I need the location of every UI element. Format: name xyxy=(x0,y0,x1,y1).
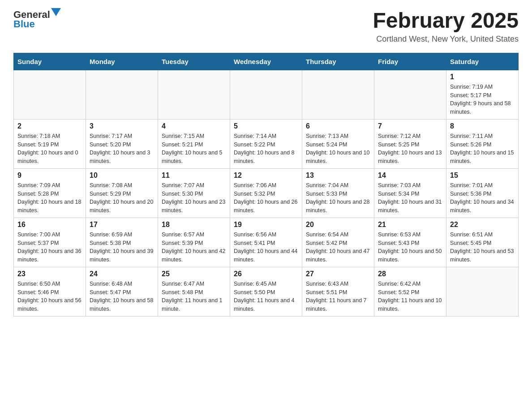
page-title: February 2025 xyxy=(373,9,519,33)
day-number: 11 xyxy=(162,171,226,180)
day-number: 12 xyxy=(234,171,298,180)
calendar-cell: 22Sunrise: 6:51 AM Sunset: 5:45 PM Dayli… xyxy=(446,218,519,267)
day-number: 3 xyxy=(90,122,154,130)
logo-arrow-icon xyxy=(51,8,61,18)
calendar-cell xyxy=(14,70,86,119)
calendar-cell: 11Sunrise: 7:07 AM Sunset: 5:30 PM Dayli… xyxy=(158,168,230,218)
day-number: 24 xyxy=(90,270,154,278)
day-info: Sunrise: 7:13 AM Sunset: 5:24 PM Dayligh… xyxy=(306,132,370,166)
day-info: Sunrise: 6:57 AM Sunset: 5:39 PM Dayligh… xyxy=(162,231,226,264)
day-info: Sunrise: 6:53 AM Sunset: 5:43 PM Dayligh… xyxy=(378,231,442,264)
day-number: 13 xyxy=(306,171,370,180)
calendar-cell: 17Sunrise: 6:59 AM Sunset: 5:38 PM Dayli… xyxy=(86,218,158,267)
calendar-cell: 2Sunrise: 7:18 AM Sunset: 5:19 PM Daylig… xyxy=(14,119,86,168)
title-block: February 2025 Cortland West, New York, U… xyxy=(373,9,519,44)
calendar-cell: 1Sunrise: 7:19 AM Sunset: 5:17 PM Daylig… xyxy=(446,70,519,119)
day-info: Sunrise: 7:03 AM Sunset: 5:34 PM Dayligh… xyxy=(378,181,442,215)
calendar-cell: 6Sunrise: 7:13 AM Sunset: 5:24 PM Daylig… xyxy=(302,119,374,168)
day-number: 14 xyxy=(378,171,442,180)
calendar-week-row: 16Sunrise: 7:00 AM Sunset: 5:37 PM Dayli… xyxy=(14,218,519,267)
calendar-cell: 5Sunrise: 7:14 AM Sunset: 5:22 PM Daylig… xyxy=(230,119,302,168)
day-info: Sunrise: 6:47 AM Sunset: 5:48 PM Dayligh… xyxy=(162,280,226,313)
weekday-header-tuesday: Tuesday xyxy=(158,53,230,70)
day-number: 9 xyxy=(17,171,82,180)
calendar-cell: 7Sunrise: 7:12 AM Sunset: 5:25 PM Daylig… xyxy=(374,119,446,168)
day-info: Sunrise: 7:07 AM Sunset: 5:30 PM Dayligh… xyxy=(162,181,226,215)
day-number: 8 xyxy=(450,122,515,130)
calendar-cell: 26Sunrise: 6:45 AM Sunset: 5:50 PM Dayli… xyxy=(230,267,302,316)
calendar-cell: 13Sunrise: 7:04 AM Sunset: 5:33 PM Dayli… xyxy=(302,168,374,218)
page-header: General Blue February 2025 Cortland West… xyxy=(13,9,519,44)
day-info: Sunrise: 7:04 AM Sunset: 5:33 PM Dayligh… xyxy=(306,181,370,215)
weekday-header-wednesday: Wednesday xyxy=(230,53,302,70)
calendar-cell: 12Sunrise: 7:06 AM Sunset: 5:32 PM Dayli… xyxy=(230,168,302,218)
calendar-cell: 27Sunrise: 6:43 AM Sunset: 5:51 PM Dayli… xyxy=(302,267,374,316)
day-number: 25 xyxy=(162,270,226,278)
day-number: 2 xyxy=(17,122,82,130)
day-number: 18 xyxy=(162,221,226,229)
day-number: 15 xyxy=(450,171,515,180)
day-info: Sunrise: 7:12 AM Sunset: 5:25 PM Dayligh… xyxy=(378,132,442,166)
day-info: Sunrise: 7:18 AM Sunset: 5:19 PM Dayligh… xyxy=(17,132,82,166)
weekday-header-thursday: Thursday xyxy=(302,53,374,70)
calendar-cell: 16Sunrise: 7:00 AM Sunset: 5:37 PM Dayli… xyxy=(14,218,86,267)
day-number: 10 xyxy=(90,171,154,180)
weekday-header-friday: Friday xyxy=(374,53,446,70)
weekday-header-row: SundayMondayTuesdayWednesdayThursdayFrid… xyxy=(14,53,519,70)
weekday-header-sunday: Sunday xyxy=(14,53,86,70)
calendar-cell: 10Sunrise: 7:08 AM Sunset: 5:29 PM Dayli… xyxy=(86,168,158,218)
calendar-cell xyxy=(230,70,302,119)
calendar-cell: 9Sunrise: 7:09 AM Sunset: 5:28 PM Daylig… xyxy=(14,168,86,218)
calendar-cell: 28Sunrise: 6:42 AM Sunset: 5:52 PM Dayli… xyxy=(374,267,446,316)
day-number: 20 xyxy=(306,221,370,229)
calendar-cell xyxy=(86,70,158,119)
day-number: 5 xyxy=(234,122,298,130)
calendar-cell: 20Sunrise: 6:54 AM Sunset: 5:42 PM Dayli… xyxy=(302,218,374,267)
calendar-week-row: 1Sunrise: 7:19 AM Sunset: 5:17 PM Daylig… xyxy=(14,70,519,119)
day-number: 27 xyxy=(306,270,370,278)
day-number: 16 xyxy=(17,221,82,229)
calendar-cell: 19Sunrise: 6:56 AM Sunset: 5:41 PM Dayli… xyxy=(230,218,302,267)
day-info: Sunrise: 6:54 AM Sunset: 5:42 PM Dayligh… xyxy=(306,231,370,264)
calendar-cell: 21Sunrise: 6:53 AM Sunset: 5:43 PM Dayli… xyxy=(374,218,446,267)
calendar-cell: 8Sunrise: 7:11 AM Sunset: 5:26 PM Daylig… xyxy=(446,119,519,168)
calendar-cell: 24Sunrise: 6:48 AM Sunset: 5:47 PM Dayli… xyxy=(86,267,158,316)
day-number: 6 xyxy=(306,122,370,130)
calendar-week-row: 9Sunrise: 7:09 AM Sunset: 5:28 PM Daylig… xyxy=(14,168,519,218)
calendar-cell xyxy=(446,267,519,316)
day-info: Sunrise: 7:14 AM Sunset: 5:22 PM Dayligh… xyxy=(234,132,298,166)
day-number: 23 xyxy=(17,270,82,278)
calendar-cell: 3Sunrise: 7:17 AM Sunset: 5:20 PM Daylig… xyxy=(86,119,158,168)
calendar-cell: 23Sunrise: 6:50 AM Sunset: 5:46 PM Dayli… xyxy=(14,267,86,316)
day-number: 22 xyxy=(450,221,515,229)
day-number: 19 xyxy=(234,221,298,229)
day-number: 21 xyxy=(378,221,442,229)
calendar-cell: 15Sunrise: 7:01 AM Sunset: 5:36 PM Dayli… xyxy=(446,168,519,218)
day-info: Sunrise: 7:15 AM Sunset: 5:21 PM Dayligh… xyxy=(162,132,226,166)
day-info: Sunrise: 6:43 AM Sunset: 5:51 PM Dayligh… xyxy=(306,280,370,313)
calendar-cell: 14Sunrise: 7:03 AM Sunset: 5:34 PM Dayli… xyxy=(374,168,446,218)
calendar-week-row: 2Sunrise: 7:18 AM Sunset: 5:19 PM Daylig… xyxy=(14,119,519,168)
logo: General Blue xyxy=(13,9,61,30)
calendar-cell: 25Sunrise: 6:47 AM Sunset: 5:48 PM Dayli… xyxy=(158,267,230,316)
calendar-cell: 4Sunrise: 7:15 AM Sunset: 5:21 PM Daylig… xyxy=(158,119,230,168)
day-info: Sunrise: 6:42 AM Sunset: 5:52 PM Dayligh… xyxy=(378,280,442,313)
day-info: Sunrise: 6:48 AM Sunset: 5:47 PM Dayligh… xyxy=(90,280,154,313)
day-info: Sunrise: 6:51 AM Sunset: 5:45 PM Dayligh… xyxy=(450,231,515,264)
calendar-table: SundayMondayTuesdayWednesdayThursdayFrid… xyxy=(13,53,519,317)
day-number: 26 xyxy=(234,270,298,278)
svg-marker-0 xyxy=(51,8,61,16)
calendar-cell xyxy=(158,70,230,119)
day-info: Sunrise: 6:59 AM Sunset: 5:38 PM Dayligh… xyxy=(90,231,154,264)
calendar-week-row: 23Sunrise: 6:50 AM Sunset: 5:46 PM Dayli… xyxy=(14,267,519,316)
weekday-header-saturday: Saturday xyxy=(446,53,519,70)
calendar-cell xyxy=(302,70,374,119)
day-info: Sunrise: 7:01 AM Sunset: 5:36 PM Dayligh… xyxy=(450,181,515,215)
day-number: 28 xyxy=(378,270,442,278)
logo-text-blue: Blue xyxy=(13,19,35,30)
day-info: Sunrise: 6:45 AM Sunset: 5:50 PM Dayligh… xyxy=(234,280,298,313)
page-subtitle: Cortland West, New York, United States xyxy=(373,34,519,44)
calendar-cell: 18Sunrise: 6:57 AM Sunset: 5:39 PM Dayli… xyxy=(158,218,230,267)
day-info: Sunrise: 7:06 AM Sunset: 5:32 PM Dayligh… xyxy=(234,181,298,215)
day-number: 17 xyxy=(90,221,154,229)
